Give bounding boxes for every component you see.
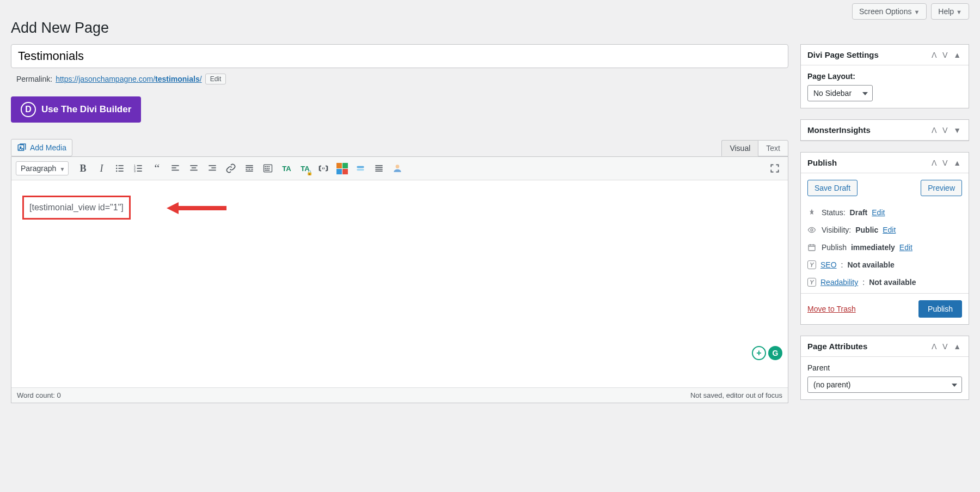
divi-settings-box: Divi Page Settings ᐱᐯ▲ Page Layout: No S… — [800, 44, 969, 108]
svg-rect-34 — [267, 168, 268, 169]
save-draft-button[interactable]: Save Draft — [807, 180, 857, 196]
grammarly-icon[interactable]: G — [768, 346, 782, 360]
parent-select[interactable]: (no parent) — [807, 376, 962, 393]
post-title-input[interactable] — [11, 44, 788, 68]
publish-date-label: Publish — [822, 243, 847, 252]
ta-button-1[interactable]: TA — [278, 160, 295, 177]
edit-slug-button[interactable]: Edit — [205, 74, 226, 84]
box-up-icon[interactable]: ᐱ — [930, 342, 938, 351]
edit-visibility-link[interactable]: Edit — [883, 226, 896, 234]
screen-options-button[interactable]: Screen Options▼ — [852, 3, 927, 20]
svg-point-6 — [116, 171, 118, 172]
color-blocks-button[interactable] — [333, 160, 351, 177]
fullscreen-button[interactable] — [766, 160, 783, 177]
insert-more-button[interactable] — [241, 160, 258, 177]
svg-rect-41 — [376, 169, 383, 170]
svg-rect-21 — [212, 167, 216, 168]
editor-toolbar: Paragraph B I 123 “ TA TA🔒 — [11, 157, 788, 180]
svg-rect-26 — [249, 169, 250, 170]
publish-button[interactable]: Publish — [918, 300, 962, 318]
box-up-icon[interactable]: ᐱ — [930, 126, 938, 135]
svg-rect-20 — [209, 165, 216, 166]
edit-status-link[interactable]: Edit — [872, 208, 885, 217]
page-attributes-box: Page Attributes ᐱᐯ▲ Parent (no parent) — [800, 336, 969, 400]
bold-button[interactable]: B — [74, 160, 91, 177]
editor-content[interactable]: [testimonial_view id="1"] + G — [11, 180, 788, 387]
edit-date-link[interactable]: Edit — [899, 243, 912, 252]
svg-rect-7 — [119, 171, 124, 172]
svg-point-4 — [116, 168, 118, 169]
publish-title: Publish — [807, 158, 837, 167]
box-toggle-icon[interactable]: ▲ — [952, 51, 962, 59]
svg-point-2 — [116, 165, 118, 167]
svg-rect-27 — [252, 169, 253, 170]
calendar-icon — [807, 243, 817, 252]
divi-logo-icon: D — [21, 102, 36, 117]
help-button[interactable]: Help▼ — [931, 3, 969, 20]
page-layout-select[interactable]: No Sidebar — [807, 85, 873, 101]
box-down-icon[interactable]: ᐯ — [941, 51, 949, 59]
readability-label[interactable]: Readability — [820, 278, 858, 287]
box-down-icon[interactable]: ᐯ — [941, 126, 949, 135]
parent-label: Parent — [807, 363, 962, 372]
svg-rect-37 — [357, 166, 364, 168]
quote-button[interactable]: “ — [148, 160, 166, 177]
visual-tab[interactable]: Visual — [721, 140, 758, 156]
visibility-value: Public — [855, 226, 878, 234]
box-down-icon[interactable]: ᐯ — [941, 159, 949, 167]
toolbar-toggle-button[interactable] — [259, 160, 277, 177]
align-right-button[interactable] — [204, 160, 221, 177]
svg-rect-32 — [268, 166, 270, 167]
bullet-list-button[interactable] — [111, 160, 128, 177]
readability-value: Not available — [869, 278, 916, 287]
align-center-button[interactable] — [185, 160, 203, 177]
grammarly-add-icon[interactable]: + — [752, 346, 766, 360]
monsterinsights-box: MonsterInsights ᐱᐯ▼ — [800, 119, 969, 141]
svg-rect-23 — [246, 165, 253, 166]
seo-label[interactable]: SEO — [820, 260, 837, 269]
move-to-trash-link[interactable]: Move to Trash — [807, 305, 856, 313]
add-media-button[interactable]: Add Media — [11, 139, 72, 156]
format-select[interactable]: Paragraph — [16, 161, 69, 175]
shortcode-button[interactable] — [315, 160, 332, 177]
svg-rect-42 — [376, 171, 383, 172]
svg-rect-16 — [172, 170, 179, 171]
box-toggle-icon[interactable]: ▲ — [952, 159, 962, 167]
svg-rect-19 — [191, 170, 198, 171]
box-down-icon[interactable]: ᐯ — [941, 342, 949, 351]
svg-rect-25 — [246, 169, 248, 170]
box-up-icon[interactable]: ᐱ — [930, 51, 938, 59]
ordered-list-button[interactable]: 123 — [130, 160, 147, 177]
svg-rect-33 — [265, 168, 267, 169]
permalink-link[interactable]: https://jasonchampagne.com/testimonials/ — [56, 75, 201, 83]
svg-rect-39 — [376, 165, 383, 166]
divi-builder-button[interactable]: D Use The Divi Builder — [11, 96, 141, 123]
ta-button-2[interactable]: TA🔒 — [296, 160, 314, 177]
horizontal-line-button[interactable] — [352, 160, 369, 177]
box-toggle-icon[interactable]: ▲ — [952, 342, 962, 351]
page-layout-label: Page Layout: — [807, 72, 962, 81]
preview-button[interactable]: Preview — [921, 180, 962, 196]
svg-rect-9 — [137, 165, 142, 166]
pin-icon — [807, 208, 817, 217]
annotation-arrow-icon — [167, 200, 226, 216]
svg-rect-14 — [172, 165, 179, 166]
text-tab[interactable]: Text — [758, 140, 788, 156]
svg-rect-30 — [265, 166, 267, 167]
italic-button[interactable]: I — [93, 160, 110, 177]
box-up-icon[interactable]: ᐱ — [930, 159, 938, 167]
user-button[interactable] — [389, 160, 406, 177]
svg-rect-36 — [265, 170, 270, 171]
svg-rect-38 — [357, 169, 364, 171]
monsterinsights-title: MonsterInsights — [807, 125, 871, 135]
svg-rect-24 — [246, 167, 253, 168]
publish-date-value: immediately — [851, 243, 895, 252]
align-left-button[interactable] — [167, 160, 184, 177]
link-button[interactable] — [222, 160, 240, 177]
box-toggle-icon[interactable]: ▼ — [952, 126, 962, 135]
seo-value: Not available — [847, 260, 894, 269]
media-icon — [17, 143, 27, 153]
permalink-label: Permalink: — [16, 75, 52, 83]
svg-rect-11 — [137, 168, 142, 169]
justify-button[interactable] — [370, 160, 388, 177]
